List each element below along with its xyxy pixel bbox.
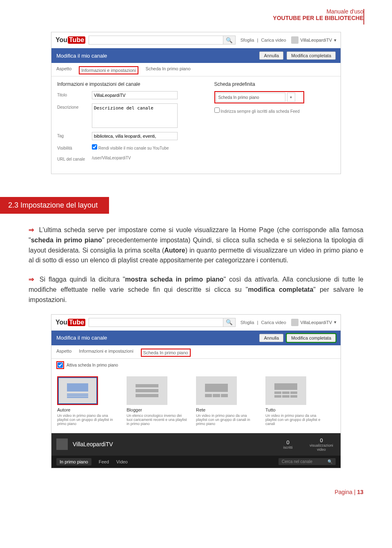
logo-you: You <box>56 319 67 326</box>
tab-row: Aspetto Informazioni e impostazioni Sche… <box>51 345 341 359</box>
cancel-button[interactable]: Annulla <box>259 334 283 342</box>
dtab-featured[interactable]: In primo piano <box>56 458 91 465</box>
tab-featured[interactable]: Scheda In primo piano <box>146 66 191 76</box>
input-tag[interactable] <box>92 132 178 140</box>
layout-thumb-tutto <box>265 376 306 405</box>
channel-search-ph: Cerca nel canale <box>282 459 312 464</box>
footer-label: Pagina | <box>334 489 357 495</box>
section-heading: 2.3 Impostazione del layout <box>0 197 109 214</box>
bluebar-title: Modifica il mio canale <box>56 53 256 59</box>
chevron-down-icon: ▾ <box>334 38 336 43</box>
layout-thumb-rete <box>196 376 237 405</box>
user-name: VillaLeopardiTV <box>301 320 332 325</box>
tab-aspetto[interactable]: Aspetto <box>56 349 71 358</box>
arrow-icon: ⇒ <box>29 276 34 283</box>
layout-options-row: Autore Un video in primo piano da una pl… <box>51 371 341 433</box>
user-menu[interactable]: VillaLeopardiTV ▾ <box>291 319 336 326</box>
layout-thumb-blogger <box>127 376 167 405</box>
user-menu[interactable]: VillaLeopardiTV ▾ <box>291 36 336 44</box>
p2-b1: mostra scheda in primo piano <box>125 276 223 283</box>
done-button[interactable]: Modifica completata <box>287 334 336 342</box>
avatar-icon <box>291 319 298 326</box>
top-links: Sfoglia | Carica video <box>239 38 288 42</box>
paragraph-1: ⇒ L'ultima scheda serve per impostare co… <box>29 225 363 266</box>
label-url: URL del canale <box>57 155 92 161</box>
link-upload[interactable]: Carica video <box>261 320 286 325</box>
form-left: Informazioni e impostazioni del canale T… <box>57 81 202 166</box>
vis-value: Rendi visibile il mio canale su YouTube <box>92 144 169 151</box>
p1-b2: Autore <box>164 247 185 254</box>
vis-text: Rendi visibile il mio canale su YouTube <box>98 146 169 150</box>
activate-checkbox[interactable] <box>58 362 63 368</box>
form-area: Informazioni e impostazioni del canale T… <box>51 76 341 174</box>
channel-darkbar: VillaLeopardiTV 0 iscritti 0 visualizzaz… <box>51 433 341 456</box>
stat-subscribers: 0 iscritti <box>274 439 302 450</box>
logo-you: You <box>56 36 67 44</box>
vis-checkbox[interactable] <box>92 144 97 150</box>
youtube-logo[interactable]: You Tube <box>56 36 85 44</box>
row-url: URL del canale /user/VillaLeopardiTV <box>57 155 202 161</box>
layout-desc: Un video in primo piano da una playlist … <box>196 414 257 426</box>
chevron-down-icon: ▾ <box>334 320 336 325</box>
document-body: ⇒ L'ultima scheda serve per impostare co… <box>0 225 392 305</box>
avatar-icon <box>291 36 298 44</box>
yt-topbar: You Tube 🔍 Sfoglia | Carica video VillaL… <box>51 315 341 331</box>
layout-desc: Un video in primo piano da una playlist … <box>57 414 118 426</box>
layout-name: Blogger <box>127 407 188 412</box>
form-right: Scheda predefinita Scheda In primo piano… <box>214 81 335 166</box>
p1-b1: scheda in primo piano <box>31 237 102 244</box>
channel-search[interactable]: Cerca nel canale 🔍 <box>278 458 336 465</box>
search-button[interactable]: 🔍 <box>223 318 236 327</box>
tab-info[interactable]: Informazioni e impostazioni <box>79 66 138 74</box>
row-tag: Tag <box>57 132 202 140</box>
feed-check-row: Indirizza sempre gli iscritti alla sched… <box>214 107 335 114</box>
input-title[interactable] <box>92 91 178 99</box>
search-input[interactable] <box>89 318 223 327</box>
layout-option-tutto[interactable]: Tutto Un video in primo piano da una pla… <box>265 376 327 426</box>
yt-topbar: You Tube 🔍 Sfoglia | Carica video VillaL… <box>51 32 341 48</box>
done-button[interactable]: Modifica completata <box>287 51 336 60</box>
layout-name: Rete <box>196 407 257 412</box>
stat-n: 0 <box>274 439 302 445</box>
search-icon: 🔍 <box>226 319 233 325</box>
layout-option-autore[interactable]: Autore Un video in primo piano da una pl… <box>57 376 118 426</box>
tab-aspetto[interactable]: Aspetto <box>56 66 71 76</box>
label-tag: Tag <box>57 132 92 138</box>
channel-name: VillaLeopardiTV <box>73 441 269 447</box>
row-vis: Visibilità Rendi visibile il mio canale … <box>57 144 202 151</box>
layout-option-rete[interactable]: Rete Un video in primo piano da una play… <box>196 376 257 426</box>
top-links: Sfoglia | Carica video <box>239 320 288 325</box>
tab-featured[interactable]: Scheda In primo piano <box>141 349 191 357</box>
cancel-button[interactable]: Annulla <box>259 51 283 60</box>
paragraph-2: ⇒ Si flagga quindi la dicitura "mostra s… <box>29 275 363 305</box>
default-tab-highlight: Scheda In primo piano ▼ <box>214 91 304 103</box>
chevron-down-icon[interactable]: ▼ <box>287 93 295 102</box>
layout-desc: Un elenco cronologico inverso dei tuoi c… <box>127 414 188 426</box>
footer-page-number: 13 <box>357 489 363 495</box>
bluebar: Modifica il mio canale Annulla Modifica … <box>51 331 341 345</box>
bluebar: Modifica il mio canale Annulla Modifica … <box>51 48 341 63</box>
stat-l: visualizzazioni video <box>310 443 333 452</box>
search-input[interactable] <box>89 36 223 45</box>
youtube-logo[interactable]: You Tube <box>56 319 85 326</box>
search-icon: 🔍 <box>327 459 332 464</box>
form-head-left: Informazioni e impostazioni del canale <box>57 81 202 87</box>
dtab-feed[interactable]: Feed <box>99 459 109 464</box>
search-button[interactable]: 🔍 <box>223 36 236 45</box>
link-browse[interactable]: Sfoglia <box>241 320 254 325</box>
bluebar-title: Modifica il mio canale <box>56 335 256 341</box>
row-desc: Descrizione Descrizione del canale <box>57 103 202 128</box>
row-title: Titolo <box>57 91 202 99</box>
default-tab-select[interactable]: Scheda In primo piano <box>216 93 285 102</box>
layout-name: Tutto <box>265 407 327 412</box>
link-browse[interactable]: Sfoglia <box>241 38 254 42</box>
tab-info[interactable]: Informazioni e impostazioni <box>79 349 133 358</box>
link-upload[interactable]: Carica video <box>261 38 286 42</box>
logo-tube: Tube <box>68 319 85 326</box>
feed-checkbox[interactable] <box>214 107 220 113</box>
layout-desc: Un video in primo piano da una playlist … <box>265 414 327 426</box>
layout-option-blogger[interactable]: Blogger Un elenco cronologico inverso de… <box>127 376 188 426</box>
form-head-right: Scheda predefinita <box>214 81 335 87</box>
input-desc[interactable]: Descrizione del canale <box>92 103 178 128</box>
dtab-video[interactable]: Video <box>116 459 128 464</box>
